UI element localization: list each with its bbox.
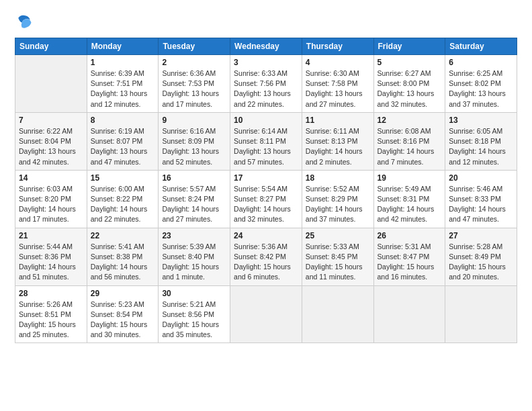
weekday-header: Sunday <box>15 38 87 55</box>
day-info: Sunrise: 6:22 AM Sunset: 8:04 PM Dayligh… <box>19 126 83 167</box>
day-info: Sunrise: 5:33 AM Sunset: 8:45 PM Dayligh… <box>306 242 370 283</box>
calendar-cell: 27Sunrise: 5:28 AM Sunset: 8:49 PM Dayli… <box>445 228 517 285</box>
calendar-cell: 14Sunrise: 6:03 AM Sunset: 8:20 PM Dayli… <box>15 170 87 228</box>
calendar-cell <box>373 285 445 343</box>
calendar-cell: 19Sunrise: 5:49 AM Sunset: 8:31 PM Dayli… <box>373 170 445 228</box>
day-number: 22 <box>91 231 155 240</box>
calendar-cell: 25Sunrise: 5:33 AM Sunset: 8:45 PM Dayli… <box>302 228 373 285</box>
calendar-cell: 6Sunrise: 6:25 AM Sunset: 8:02 PM Daylig… <box>445 55 517 113</box>
day-number: 2 <box>162 58 226 67</box>
day-info: Sunrise: 6:14 AM Sunset: 8:11 PM Dayligh… <box>234 126 298 167</box>
calendar-cell: 4Sunrise: 6:30 AM Sunset: 7:58 PM Daylig… <box>302 55 373 113</box>
calendar-cell: 21Sunrise: 5:44 AM Sunset: 8:36 PM Dayli… <box>15 228 87 285</box>
day-info: Sunrise: 5:41 AM Sunset: 8:38 PM Dayligh… <box>91 242 155 283</box>
week-row: 14Sunrise: 6:03 AM Sunset: 8:20 PM Dayli… <box>15 170 517 228</box>
day-number: 1 <box>91 58 155 67</box>
day-number: 19 <box>378 173 442 183</box>
day-number: 24 <box>234 231 298 240</box>
day-info: Sunrise: 5:46 AM Sunset: 8:33 PM Dayligh… <box>449 184 513 225</box>
day-info: Sunrise: 5:21 AM Sunset: 8:56 PM Dayligh… <box>162 300 226 340</box>
day-info: Sunrise: 6:16 AM Sunset: 8:09 PM Dayligh… <box>162 126 226 167</box>
day-info: Sunrise: 6:33 AM Sunset: 7:56 PM Dayligh… <box>234 68 298 109</box>
weekday-header: Monday <box>87 38 159 55</box>
day-number: 4 <box>306 58 370 67</box>
day-number: 17 <box>234 173 298 183</box>
day-number: 6 <box>449 58 513 67</box>
calendar-cell: 22Sunrise: 5:41 AM Sunset: 8:38 PM Dayli… <box>87 228 159 285</box>
day-info: Sunrise: 5:26 AM Sunset: 8:51 PM Dayligh… <box>19 300 83 340</box>
day-number: 21 <box>19 231 83 240</box>
day-number: 12 <box>378 116 442 125</box>
day-info: Sunrise: 6:25 AM Sunset: 8:02 PM Dayligh… <box>449 68 513 109</box>
weekday-header: Thursday <box>302 38 373 55</box>
day-number: 11 <box>306 116 370 125</box>
day-info: Sunrise: 5:52 AM Sunset: 8:29 PM Dayligh… <box>306 184 370 225</box>
calendar-cell: 13Sunrise: 6:05 AM Sunset: 8:18 PM Dayli… <box>445 112 517 170</box>
week-row: 1Sunrise: 6:39 AM Sunset: 7:51 PM Daylig… <box>15 55 517 113</box>
day-info: Sunrise: 5:57 AM Sunset: 8:24 PM Dayligh… <box>162 184 226 225</box>
calendar-cell: 3Sunrise: 6:33 AM Sunset: 7:56 PM Daylig… <box>230 55 302 113</box>
day-number: 30 <box>162 289 226 298</box>
calendar-cell: 8Sunrise: 6:19 AM Sunset: 8:07 PM Daylig… <box>87 112 159 170</box>
day-info: Sunrise: 5:39 AM Sunset: 8:40 PM Dayligh… <box>162 242 226 283</box>
weekday-header: Saturday <box>445 38 517 55</box>
day-info: Sunrise: 5:28 AM Sunset: 8:49 PM Dayligh… <box>449 242 513 283</box>
week-row: 7Sunrise: 6:22 AM Sunset: 8:04 PM Daylig… <box>15 112 517 170</box>
weekday-row: SundayMondayTuesdayWednesdayThursdayFrid… <box>15 38 517 55</box>
calendar-body: 1Sunrise: 6:39 AM Sunset: 7:51 PM Daylig… <box>15 55 517 343</box>
calendar-cell: 16Sunrise: 5:57 AM Sunset: 8:24 PM Dayli… <box>159 170 230 228</box>
calendar-cell: 7Sunrise: 6:22 AM Sunset: 8:04 PM Daylig… <box>15 112 87 170</box>
calendar-cell: 23Sunrise: 5:39 AM Sunset: 8:40 PM Dayli… <box>159 228 230 285</box>
day-info: Sunrise: 6:36 AM Sunset: 7:53 PM Dayligh… <box>162 68 226 109</box>
calendar-cell: 12Sunrise: 6:08 AM Sunset: 8:16 PM Dayli… <box>373 112 445 170</box>
day-number: 10 <box>234 116 298 125</box>
day-number: 26 <box>378 231 442 240</box>
calendar-cell: 2Sunrise: 6:36 AM Sunset: 7:53 PM Daylig… <box>159 55 230 113</box>
calendar-cell <box>230 285 302 343</box>
day-info: Sunrise: 5:31 AM Sunset: 8:47 PM Dayligh… <box>378 242 442 283</box>
day-info: Sunrise: 5:44 AM Sunset: 8:36 PM Dayligh… <box>19 242 83 283</box>
day-info: Sunrise: 6:19 AM Sunset: 8:07 PM Dayligh… <box>91 126 155 167</box>
calendar-cell: 9Sunrise: 6:16 AM Sunset: 8:09 PM Daylig… <box>159 112 230 170</box>
calendar-header: SundayMondayTuesdayWednesdayThursdayFrid… <box>15 38 517 55</box>
day-number: 3 <box>234 58 298 67</box>
day-number: 28 <box>19 289 83 298</box>
calendar-cell: 10Sunrise: 6:14 AM Sunset: 8:11 PM Dayli… <box>230 112 302 170</box>
page: SundayMondayTuesdayWednesdayThursdayFrid… <box>0 0 532 355</box>
calendar-cell: 5Sunrise: 6:27 AM Sunset: 8:00 PM Daylig… <box>373 55 445 113</box>
calendar-cell: 20Sunrise: 5:46 AM Sunset: 8:33 PM Dayli… <box>445 170 517 228</box>
day-number: 15 <box>91 173 155 183</box>
logo-icon <box>15 12 34 31</box>
day-number: 8 <box>91 116 155 125</box>
week-row: 21Sunrise: 5:44 AM Sunset: 8:36 PM Dayli… <box>15 228 517 285</box>
day-number: 9 <box>162 116 226 125</box>
calendar-cell: 18Sunrise: 5:52 AM Sunset: 8:29 PM Dayli… <box>302 170 373 228</box>
day-number: 14 <box>19 173 83 183</box>
calendar-cell: 30Sunrise: 5:21 AM Sunset: 8:56 PM Dayli… <box>159 285 230 343</box>
calendar-cell: 17Sunrise: 5:54 AM Sunset: 8:27 PM Dayli… <box>230 170 302 228</box>
day-number: 25 <box>306 231 370 240</box>
day-info: Sunrise: 6:39 AM Sunset: 7:51 PM Dayligh… <box>91 68 155 109</box>
day-info: Sunrise: 5:23 AM Sunset: 8:54 PM Dayligh… <box>91 300 155 340</box>
calendar-cell <box>15 55 87 113</box>
day-info: Sunrise: 6:11 AM Sunset: 8:13 PM Dayligh… <box>306 126 370 167</box>
logo <box>15 12 38 31</box>
day-number: 29 <box>91 289 155 298</box>
day-info: Sunrise: 5:54 AM Sunset: 8:27 PM Dayligh… <box>234 184 298 225</box>
calendar-cell: 1Sunrise: 6:39 AM Sunset: 7:51 PM Daylig… <box>87 55 159 113</box>
calendar-cell <box>445 285 517 343</box>
day-number: 13 <box>449 116 513 125</box>
day-info: Sunrise: 6:00 AM Sunset: 8:22 PM Dayligh… <box>91 184 155 225</box>
calendar-cell: 11Sunrise: 6:11 AM Sunset: 8:13 PM Dayli… <box>302 112 373 170</box>
calendar-cell <box>302 285 373 343</box>
day-info: Sunrise: 6:03 AM Sunset: 8:20 PM Dayligh… <box>19 184 83 225</box>
weekday-header: Wednesday <box>230 38 302 55</box>
day-number: 27 <box>449 231 513 240</box>
calendar-cell: 24Sunrise: 5:36 AM Sunset: 8:42 PM Dayli… <box>230 228 302 285</box>
calendar-cell: 29Sunrise: 5:23 AM Sunset: 8:54 PM Dayli… <box>87 285 159 343</box>
day-info: Sunrise: 6:08 AM Sunset: 8:16 PM Dayligh… <box>378 126 442 167</box>
day-info: Sunrise: 6:30 AM Sunset: 7:58 PM Dayligh… <box>306 68 370 109</box>
day-info: Sunrise: 5:49 AM Sunset: 8:31 PM Dayligh… <box>378 184 442 225</box>
calendar: SundayMondayTuesdayWednesdayThursdayFrid… <box>15 38 517 343</box>
day-number: 23 <box>162 231 226 240</box>
